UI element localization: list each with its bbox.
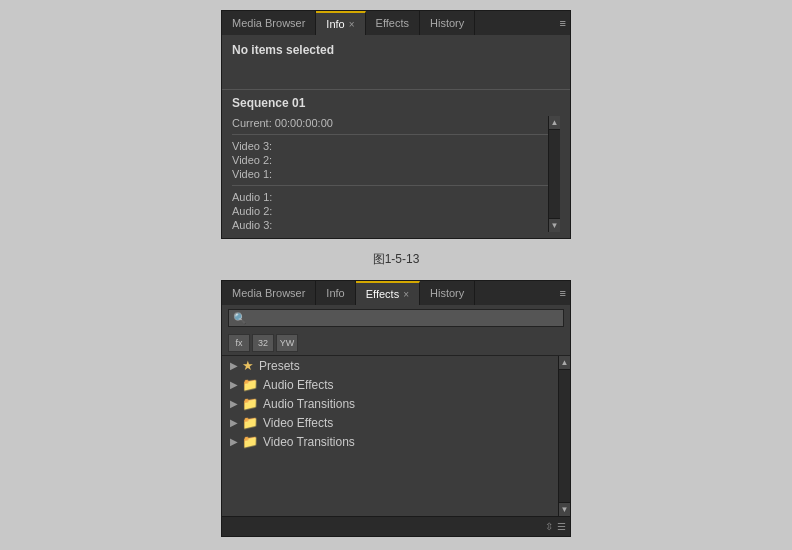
info-scroll-area: Current: 00:00:00:00 Video 3: Video 2: V… (232, 116, 560, 232)
scrollbar-effects[interactable]: ▲ ▼ (558, 356, 570, 516)
tab-label: Info (326, 287, 344, 299)
audio3-label: Audio 3: (232, 218, 548, 232)
arrow-audio-transitions: ▶ (230, 398, 238, 409)
tab-label: Effects (376, 17, 409, 29)
audio-transitions-item[interactable]: ▶ 📁 Audio Transitions (222, 394, 558, 413)
scrollbar-info[interactable]: ▲ ▼ (548, 116, 560, 232)
effects-items: ▶ ★ Presets ▶ 📁 Audio Effects ▶ 📁 Audio … (222, 356, 558, 516)
search-input[interactable] (228, 309, 564, 327)
scroll-track (549, 130, 560, 218)
no-items-label: No items selected (222, 35, 570, 90)
tab-history-2[interactable]: History (420, 281, 475, 305)
tab-media-browser-1[interactable]: Media Browser (222, 11, 316, 35)
audio-effects-folder-icon: 📁 (242, 377, 258, 392)
arrow-video-transitions: ▶ (230, 436, 238, 447)
fx-button[interactable]: fx (228, 334, 250, 352)
caption-1: 图1-5-13 (373, 251, 420, 268)
video2-label: Video 2: (232, 153, 548, 167)
tab-media-browser-2[interactable]: Media Browser (222, 281, 316, 305)
scroll-down-arrow[interactable]: ▼ (549, 218, 560, 232)
audio-effects-label: Audio Effects (263, 378, 334, 392)
tab-bar-1: Media Browser Info × Effects History ≡ (222, 11, 570, 35)
audio1-label: Audio 1: (232, 190, 548, 204)
tab-effects-2[interactable]: Effects × (356, 281, 420, 305)
effects-search-bar: 🔍 (222, 305, 570, 331)
footer-icon-1: ⇳ (545, 521, 553, 532)
effects-scroll-wrapper: ▶ ★ Presets ▶ 📁 Audio Effects ▶ 📁 Audio … (222, 356, 570, 516)
audio2-label: Audio 2: (232, 204, 548, 218)
video1-label: Video 1: (232, 167, 548, 181)
scroll-up-arrow[interactable]: ▲ (549, 116, 560, 130)
video-effects-item[interactable]: ▶ 📁 Video Effects (222, 413, 558, 432)
video-transitions-label: Video Transitions (263, 435, 355, 449)
video-transitions-folder-icon: 📁 (242, 434, 258, 449)
scroll-track-effects (559, 370, 570, 502)
tab-effects-1[interactable]: Effects (366, 11, 420, 35)
separator-2 (232, 185, 548, 186)
info-list: Current: 00:00:00:00 Video 3: Video 2: V… (232, 116, 548, 232)
scroll-up-arrow-effects[interactable]: ▲ (559, 356, 570, 370)
video-effects-folder-icon: 📁 (242, 415, 258, 430)
audio-transitions-label: Audio Transitions (263, 397, 355, 411)
audio-effects-item[interactable]: ▶ 📁 Audio Effects (222, 375, 558, 394)
search-wrapper: 🔍 (228, 309, 564, 327)
tab-label: Effects (366, 288, 399, 300)
scroll-down-arrow-effects[interactable]: ▼ (559, 502, 570, 516)
tab-info-2[interactable]: Info (316, 281, 355, 305)
video-transitions-item[interactable]: ▶ 📁 Video Transitions (222, 432, 558, 451)
tab-history-1[interactable]: History (420, 11, 475, 35)
yw-button[interactable]: YW (276, 334, 298, 352)
tab-info[interactable]: Info × (316, 11, 365, 35)
tab-label: Media Browser (232, 287, 305, 299)
audio-transitions-folder-icon: 📁 (242, 396, 258, 411)
search-icon: 🔍 (233, 312, 247, 325)
info-panel: Media Browser Info × Effects History ≡ N… (221, 10, 571, 239)
sequence-title: Sequence 01 (232, 96, 560, 110)
effects-toolbar: fx 32 YW (222, 331, 570, 356)
arrow-presets: ▶ (230, 360, 238, 371)
tab-label: History (430, 287, 464, 299)
effects-footer: ⇳ ☰ (222, 516, 570, 536)
current-time: Current: 00:00:00:00 (232, 116, 548, 130)
32-button[interactable]: 32 (252, 334, 274, 352)
footer-icon-2: ☰ (557, 521, 566, 532)
presets-folder-icon: ★ (242, 358, 254, 373)
arrow-audio-effects: ▶ (230, 379, 238, 390)
tab-label: History (430, 17, 464, 29)
effects-panel: Media Browser Info Effects × History ≡ 🔍… (221, 280, 571, 537)
tab-label: Media Browser (232, 17, 305, 29)
close-icon-effects[interactable]: × (403, 289, 409, 300)
presets-item[interactable]: ▶ ★ Presets (222, 356, 558, 375)
tab-label: Info (326, 18, 344, 30)
separator-1 (232, 134, 548, 135)
effects-panel-content: 🔍 fx 32 YW ▶ ★ Presets (222, 305, 570, 536)
tab-bar-2: Media Browser Info Effects × History ≡ (222, 281, 570, 305)
panel-menu-button-1[interactable]: ≡ (560, 17, 566, 29)
video3-label: Video 3: (232, 139, 548, 153)
panel-menu-button-2[interactable]: ≡ (560, 287, 566, 299)
info-section: Sequence 01 Current: 00:00:00:00 Video 3… (222, 90, 570, 238)
video-effects-label: Video Effects (263, 416, 333, 430)
presets-label: Presets (259, 359, 300, 373)
close-icon[interactable]: × (349, 19, 355, 30)
info-panel-content: No items selected Sequence 01 Current: 0… (222, 35, 570, 238)
arrow-video-effects: ▶ (230, 417, 238, 428)
